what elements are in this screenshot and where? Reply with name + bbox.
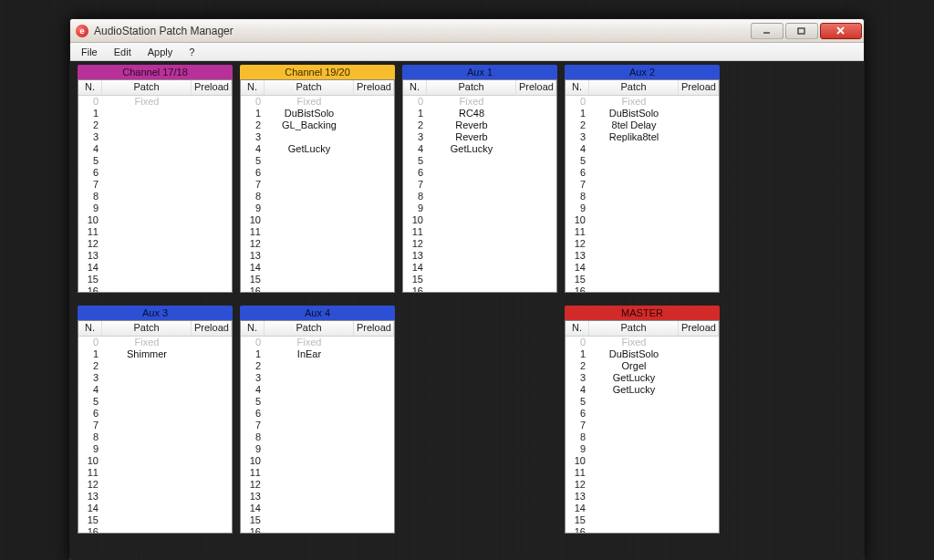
cell-preload[interactable] <box>679 108 719 119</box>
table-row[interactable]: 5 <box>566 155 719 167</box>
table-row[interactable]: 7 <box>403 179 556 191</box>
cell-preload[interactable] <box>516 167 556 179</box>
cell-patch[interactable]: Fixed <box>427 96 516 108</box>
table-row[interactable]: 6 <box>403 167 556 179</box>
cell-preload[interactable] <box>679 226 719 238</box>
cell-patch[interactable]: Reverb <box>427 119 516 131</box>
cell-preload[interactable] <box>679 372 719 384</box>
table-row[interactable]: 1DuBistSolo <box>566 108 719 119</box>
table-row[interactable]: 2 <box>78 119 232 131</box>
cell-patch[interactable]: DuBistSolo <box>589 348 679 360</box>
cell-patch[interactable] <box>265 274 354 285</box>
table-row[interactable]: 3Replika8tel <box>566 131 719 143</box>
cell-patch[interactable]: Fixed <box>102 96 192 108</box>
table-row[interactable]: 10 <box>566 455 719 467</box>
cell-preload[interactable] <box>354 214 394 226</box>
cell-preload[interactable] <box>516 226 556 238</box>
cell-patch[interactable] <box>102 274 192 285</box>
cell-patch[interactable] <box>102 420 192 431</box>
table-row[interactable]: 12 <box>566 238 719 250</box>
cell-preload[interactable] <box>354 396 394 408</box>
cell-preload[interactable] <box>679 131 719 143</box>
table-body[interactable]: 0Fixed1Shimmer2345678910111213141516 <box>78 337 232 533</box>
menu-edit[interactable]: Edit <box>107 45 139 59</box>
cell-preload[interactable] <box>516 262 556 274</box>
table-row[interactable]: 3 <box>78 372 232 384</box>
cell-preload[interactable] <box>192 455 232 467</box>
cell-preload[interactable] <box>192 384 232 396</box>
cell-patch[interactable] <box>589 408 679 420</box>
table-row[interactable]: 0Fixed <box>403 96 556 108</box>
cell-patch[interactable] <box>102 238 192 250</box>
table-row[interactable]: 8 <box>241 191 394 202</box>
cell-preload[interactable] <box>192 143 232 155</box>
table-row[interactable]: 3 <box>241 131 394 143</box>
cell-preload[interactable] <box>679 155 719 167</box>
table-row[interactable]: 4GetLucky <box>241 143 394 155</box>
cell-preload[interactable] <box>354 96 394 108</box>
cell-preload[interactable] <box>354 191 394 202</box>
table-row[interactable]: 1InEar <box>241 348 394 360</box>
cell-preload[interactable] <box>516 96 556 108</box>
cell-patch[interactable] <box>102 455 192 467</box>
table-row[interactable]: 8 <box>241 431 394 443</box>
table-row[interactable]: 14 <box>566 503 719 514</box>
table-row[interactable]: 16 <box>78 526 232 533</box>
table-row[interactable]: 15 <box>566 514 719 526</box>
cell-patch[interactable] <box>427 238 516 250</box>
table-row[interactable]: 3Reverb <box>403 131 556 143</box>
cell-preload[interactable] <box>354 274 394 285</box>
table-row[interactable]: 6 <box>241 408 394 420</box>
cell-patch[interactable] <box>265 285 354 292</box>
menu-apply[interactable]: Apply <box>140 45 181 59</box>
cell-preload[interactable] <box>354 238 394 250</box>
cell-preload[interactable] <box>192 179 232 191</box>
cell-patch[interactable] <box>589 479 679 491</box>
table-row[interactable]: 5 <box>566 396 719 408</box>
cell-preload[interactable] <box>516 143 556 155</box>
minimize-button[interactable] <box>751 23 784 39</box>
cell-preload[interactable] <box>354 467 394 479</box>
cell-preload[interactable] <box>192 526 232 533</box>
table-row[interactable]: 15 <box>566 274 719 285</box>
cell-patch[interactable]: GetLucky <box>265 143 354 155</box>
table-row[interactable]: 4 <box>241 384 394 396</box>
cell-patch[interactable] <box>589 226 679 238</box>
cell-preload[interactable] <box>354 455 394 467</box>
cell-preload[interactable] <box>192 467 232 479</box>
cell-preload[interactable] <box>516 119 556 131</box>
cell-preload[interactable] <box>354 420 394 431</box>
cell-preload[interactable] <box>192 131 232 143</box>
cell-preload[interactable] <box>354 155 394 167</box>
col-n-header[interactable]: N. <box>566 80 589 95</box>
cell-patch[interactable] <box>589 191 679 202</box>
cell-patch[interactable] <box>265 384 354 396</box>
cell-patch[interactable] <box>102 514 192 526</box>
cell-preload[interactable] <box>679 96 719 108</box>
cell-preload[interactable] <box>516 202 556 214</box>
cell-patch[interactable] <box>102 119 192 131</box>
cell-preload[interactable] <box>679 431 719 443</box>
cell-preload[interactable] <box>192 96 232 108</box>
cell-preload[interactable] <box>192 262 232 274</box>
table-row[interactable]: 4 <box>566 143 719 155</box>
col-patch-header[interactable]: Patch <box>589 321 679 336</box>
cell-preload[interactable] <box>192 214 232 226</box>
table-row[interactable]: 0Fixed <box>566 96 719 108</box>
col-preload-header[interactable]: Preload <box>354 80 394 95</box>
table-row[interactable]: 14 <box>78 503 232 514</box>
cell-patch[interactable] <box>589 503 679 514</box>
table-body[interactable]: 0Fixed1DuBistSolo2GL_Backing34GetLucky56… <box>241 96 394 292</box>
table-row[interactable]: 8 <box>78 191 232 202</box>
cell-patch[interactable] <box>102 396 192 408</box>
cell-preload[interactable] <box>354 250 394 262</box>
table-row[interactable]: 15 <box>78 514 232 526</box>
cell-patch[interactable] <box>589 443 679 455</box>
cell-patch[interactable] <box>102 503 192 514</box>
cell-patch[interactable]: Fixed <box>589 96 679 108</box>
cell-patch[interactable] <box>265 514 354 526</box>
cell-patch[interactable] <box>427 179 516 191</box>
cell-preload[interactable] <box>354 491 394 503</box>
cell-patch[interactable] <box>265 396 354 408</box>
table-row[interactable]: 0Fixed <box>241 337 394 348</box>
